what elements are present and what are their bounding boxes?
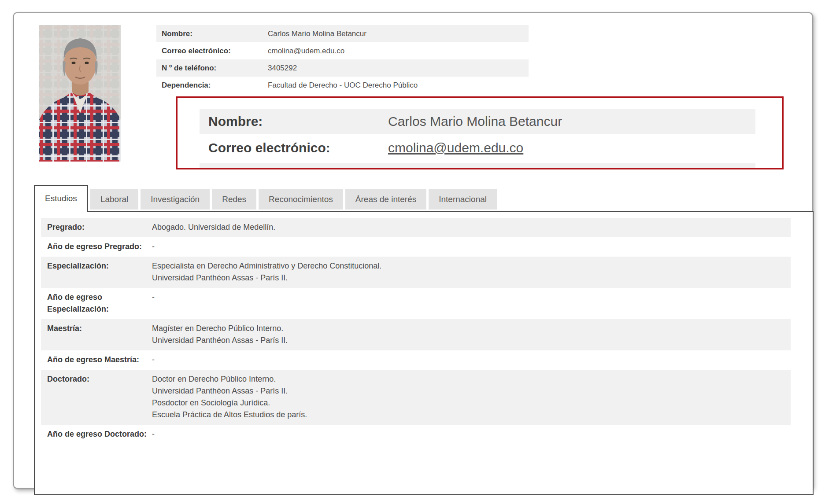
profile-photo [39, 25, 121, 162]
callout-nombre-label: Nombre: [200, 114, 388, 129]
table-row: Maestría: Magíster en Derecho Público In… [41, 319, 791, 350]
nombre-label: Nombre: [156, 29, 268, 38]
row-value: Magíster en Derecho Público Interno. Uni… [152, 323, 791, 346]
callout-nombre-value: Carlos Mario Molina Betancur [388, 114, 562, 129]
row-value: Abogado. Universidad de Medellín. [152, 221, 791, 233]
nombre-value: Carlos Mario Molina Betancur [268, 29, 529, 38]
row-label: Año de egreso Maestría: [41, 354, 152, 366]
row-label: Pregrado: [41, 221, 152, 233]
estudios-panel: Pregrado: Abogado. Universidad de Medell… [34, 211, 814, 495]
row-label: Año de egreso Doctorado: [41, 428, 152, 440]
zoom-highlight-box: Nombre: Carlos Mario Molina Betancur Cor… [176, 96, 784, 169]
contact-info-table: Nombre: Carlos Mario Molina Betancur Cor… [156, 25, 529, 94]
dependencia-value: Facultad de Derecho - UOC Derecho Públic… [268, 81, 529, 90]
table-row: Año de egreso Maestría: - [41, 350, 791, 370]
info-row-telefono: N º de teléfono: 3405292 [156, 59, 529, 77]
callout-email-link[interactable]: cmolina@udem.edu.co [388, 140, 523, 155]
profile-card: Nombre: Carlos Mario Molina Betancur Cor… [13, 12, 813, 489]
row-label: Especialización: [41, 260, 152, 284]
tab-areas-de-interes[interactable]: Áreas de interés [345, 189, 426, 210]
tab-estudios[interactable]: Estudios [34, 185, 88, 212]
row-label: Maestría: [41, 323, 152, 346]
tab-reconocimientos[interactable]: Reconocimientos [259, 189, 343, 210]
row-label: Año de egreso Pregrado: [41, 241, 152, 253]
telefono-value: 3405292 [268, 64, 529, 73]
tab-laboral[interactable]: Laboral [90, 189, 138, 210]
row-value: - [152, 354, 791, 366]
correo-label: Correo electrónico: [156, 47, 268, 55]
table-row: Año de egreso Pregrado: - [41, 237, 791, 257]
row-value: Doctor en Derecho Público Interno. Unive… [152, 373, 791, 421]
row-value: - [152, 428, 791, 440]
table-row: Doctorado: Doctor en Derecho Público Int… [41, 370, 791, 425]
tab-redes[interactable]: Redes [212, 189, 256, 210]
portrait-illustration [39, 25, 121, 162]
profile-tabs: Estudios Laboral Investigación Redes Rec… [34, 185, 497, 211]
table-row: Especialización: Especialista en Derecho… [41, 257, 791, 288]
email-link[interactable]: cmolina@udem.edu.co [268, 47, 344, 55]
callout-cropped-row [200, 163, 755, 169]
row-value: - [152, 291, 791, 315]
tab-internacional[interactable]: Internacional [429, 189, 497, 210]
table-row: Año de egreso Doctorado: - [41, 425, 791, 444]
row-value: Especialista en Derecho Administrativo y… [152, 260, 791, 284]
row-label: Doctorado: [41, 373, 152, 421]
row-label: Año de egreso Especialización: [41, 291, 152, 315]
telefono-label: N º de teléfono: [156, 64, 268, 73]
table-row: Pregrado: Abogado. Universidad de Medell… [41, 218, 791, 237]
tab-investigacion[interactable]: Investigación [141, 189, 210, 210]
row-value: - [152, 241, 791, 253]
info-row-correo: Correo electrónico: cmolina@udem.edu.co [156, 42, 529, 59]
callout-row-nombre: Nombre: Carlos Mario Molina Betancur [200, 109, 755, 134]
table-row: Año de egreso Especialización: - [41, 288, 791, 319]
callout-correo-label: Correo electrónico: [200, 140, 388, 155]
callout-row-correo: Correo electrónico: cmolina@udem.edu.co [200, 134, 755, 162]
dependencia-label: Dependencia: [156, 81, 268, 90]
info-row-nombre: Nombre: Carlos Mario Molina Betancur [156, 25, 529, 42]
info-row-dependencia: Dependencia: Facultad de Derecho - UOC D… [156, 77, 529, 94]
